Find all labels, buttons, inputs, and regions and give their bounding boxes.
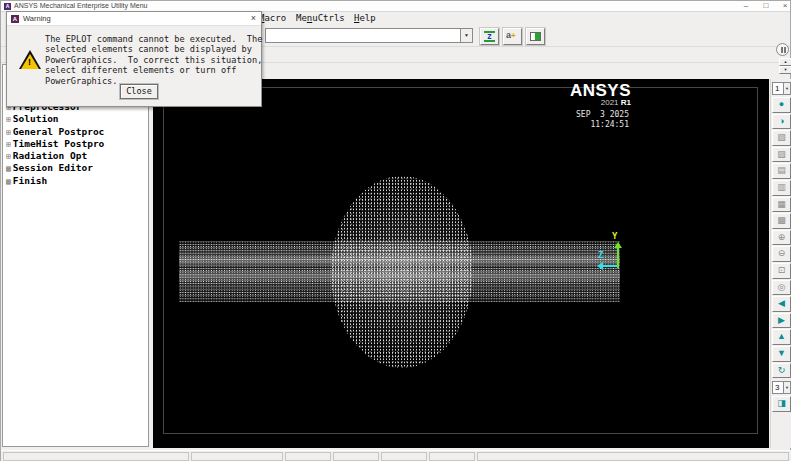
spinner-up-button[interactable]: ▲ xyxy=(779,58,791,66)
sidebar-item-label: Radiation Opt xyxy=(13,150,87,161)
sidebar-item-label: Solution xyxy=(13,113,59,124)
window-number-select[interactable]: 1▼ xyxy=(772,82,791,95)
status-bar xyxy=(1,450,791,461)
warning-message: The EPLOT command cannot be executed. Th… xyxy=(45,34,262,86)
plot-date: SEP 3 2025 xyxy=(576,110,629,119)
menu-menuctrls[interactable]: MenuCtrls xyxy=(296,13,345,23)
contact-manager-button[interactable] xyxy=(526,28,545,45)
maximize-button[interactable]: □ xyxy=(758,1,774,12)
warning-dialog-title: Warning xyxy=(23,14,51,23)
sidebar-item-label: Finish xyxy=(13,175,47,186)
menu-menuctrls-pre: Me xyxy=(296,13,307,23)
left-view-button[interactable]: ▦ xyxy=(772,197,791,213)
expand-icon[interactable]: ⊞ xyxy=(6,128,11,137)
warning-message-line: select different elements or turn off xyxy=(45,65,236,75)
view-spinner: ▲ ▼ xyxy=(779,58,791,74)
warning-dialog: A Warning × ! The EPLOT command cannot b… xyxy=(6,11,262,107)
menu-help[interactable]: Help xyxy=(354,13,376,23)
pan-left-button[interactable]: ◀ xyxy=(772,296,791,312)
ansys-logo: ANSYS 2021 R1 xyxy=(570,83,631,107)
window-number-value: 1 xyxy=(775,84,779,93)
triad-y-label: Y xyxy=(612,231,617,241)
main-menu-list: ⊞Preprocessor ⊞Solution ⊞General Postpro… xyxy=(6,101,104,187)
pan-right-button[interactable]: ▶ xyxy=(772,313,791,329)
right-view-button[interactable]: ▩ xyxy=(772,213,791,229)
top-view-button[interactable]: ▤ xyxy=(772,163,791,179)
status-cell xyxy=(333,452,379,461)
sidebar-item-label: Session Editor xyxy=(13,162,93,173)
dynamic-mode-button[interactable]: ◨ xyxy=(772,396,791,412)
command-input[interactable] xyxy=(267,30,457,41)
plot-datetime: SEP 3 202511:24:51 xyxy=(576,110,629,130)
expand-icon[interactable]: ⊞ xyxy=(6,115,11,124)
circle-bars-icon[interactable] xyxy=(776,43,789,56)
status-cell xyxy=(381,452,427,461)
zoom-out-button[interactable]: ⊖ xyxy=(772,246,791,262)
graphics-window[interactable]: Y Z ANSYS 2021 R1 SEP 3 202511:24:51 xyxy=(153,79,769,448)
pan-down-button[interactable]: ▼ xyxy=(772,346,791,362)
warning-dialog-icon: A xyxy=(11,15,19,23)
triad-z-arrowhead-icon xyxy=(597,262,603,270)
rotate-rate-select[interactable]: 3▼ xyxy=(772,381,791,394)
back-view-button[interactable]: ▨ xyxy=(772,147,791,163)
status-cell xyxy=(191,452,283,461)
raise-hidden-button[interactable]: z xyxy=(480,28,499,45)
leaf-icon: ▦ xyxy=(6,164,11,173)
warning-message-line: selected elements cannot be displayed by xyxy=(45,44,252,54)
close-button[interactable]: Close xyxy=(120,84,158,99)
sidebar-item-session-editor[interactable]: ▦Session Editor xyxy=(6,162,104,174)
sidebar-item-general-postproc[interactable]: ⊞General Postproc xyxy=(6,126,104,138)
status-cell xyxy=(429,452,475,461)
minimize-button[interactable]: – xyxy=(738,1,754,12)
plot-time: 11:24:51 xyxy=(590,120,629,129)
spinner-down-button[interactable]: ▼ xyxy=(779,66,791,74)
status-cell xyxy=(477,452,789,461)
sidebar-item-label: TimeHist Postpro xyxy=(13,138,105,149)
command-input-combo[interactable]: ▼ xyxy=(265,28,473,43)
warning-dialog-titlebar[interactable]: A Warning × xyxy=(7,12,261,26)
warning-message-line: PowerGraphics. xyxy=(45,76,117,86)
box-zoom-button[interactable]: ⊡ xyxy=(772,263,791,279)
sidebar-item-radiation-opt[interactable]: ⊞Radiation Opt xyxy=(6,150,104,162)
bottom-view-button[interactable]: ▥ xyxy=(772,180,791,196)
menu-macro[interactable]: Macro xyxy=(259,13,286,23)
sidebar-item-finish[interactable]: ▦Finish xyxy=(6,175,104,187)
warning-exclamation: ! xyxy=(28,57,31,67)
pan-up-button[interactable]: ▲ xyxy=(772,329,791,345)
expand-icon[interactable]: ⊞ xyxy=(6,140,11,149)
zoom-model-button[interactable]: ◎ xyxy=(772,280,791,296)
front-view-button[interactable]: ▧ xyxy=(772,130,791,146)
fit-view-button[interactable]: ◑ xyxy=(772,114,791,130)
ansys-release: 2021 R1 xyxy=(570,99,631,107)
menu-help-post: elp xyxy=(359,13,375,23)
release-year: 2021 xyxy=(601,98,621,107)
warning-dialog-close-icon[interactable]: × xyxy=(251,13,256,23)
sidebar-item-solution[interactable]: ⊞Solution xyxy=(6,113,104,125)
rotate-view-button[interactable]: ↻ xyxy=(772,363,791,379)
mesh-shaft xyxy=(179,241,620,302)
window-title: ANSYS Mechanical Enterprise Utility Menu xyxy=(14,2,147,9)
status-cell xyxy=(285,452,331,461)
sidebar-item-timehist-postpro[interactable]: ⊞TimeHist Postpro xyxy=(6,138,104,150)
dynamic-model-button[interactable]: ● xyxy=(772,97,791,113)
reset-picking-button[interactable]: a+ xyxy=(503,28,522,45)
zoom-in-button[interactable]: ⊕ xyxy=(772,230,791,246)
menu-macro-post: acro xyxy=(264,13,286,23)
ansys-application-window: A ANSYS Mechanical Enterprise Utility Me… xyxy=(0,0,791,461)
contact-manager-icon xyxy=(530,32,541,41)
select-arrow-icon[interactable]: ▼ xyxy=(783,83,790,94)
close-window-button[interactable]: × xyxy=(777,1,791,12)
triad-z-axis xyxy=(603,265,617,267)
expand-icon[interactable]: ⊞ xyxy=(6,152,11,161)
select-arrow-icon[interactable]: ▼ xyxy=(783,382,790,393)
reset-picking-plus: + xyxy=(511,31,516,40)
triad-y-arrowhead-icon xyxy=(614,242,622,248)
leaf-icon: ▦ xyxy=(6,177,11,186)
main-menu-panel: ⊞Preprocessor ⊞Solution ⊞General Postpro… xyxy=(2,64,149,447)
warning-message-line: The EPLOT command cannot be executed. Th… xyxy=(45,34,262,44)
ansys-logo-text: ANSYS xyxy=(570,83,631,99)
ansys-app-icon: A xyxy=(4,3,11,10)
triad-y-axis xyxy=(617,247,619,268)
menu-menuctrls-post: uCtrls xyxy=(312,13,345,23)
combo-dropdown-icon[interactable]: ▼ xyxy=(460,29,472,42)
